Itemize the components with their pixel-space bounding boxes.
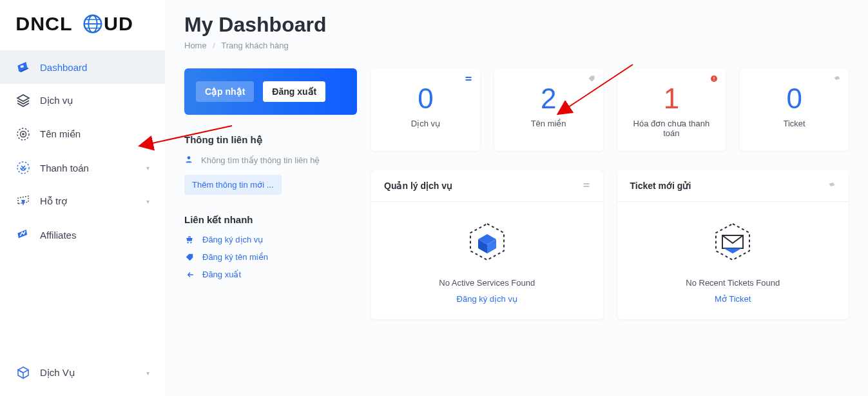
svg-rect-21: [583, 186, 589, 187]
sidebar-item-label: Dịch Vụ: [40, 367, 75, 379]
panel-head: Ticket mới gửi: [617, 170, 849, 202]
empty-message: No Recent Tickets Found: [686, 278, 780, 288]
support-icon: [15, 193, 31, 209]
sidebar-item-label: Dashboard: [40, 62, 87, 73]
svg-rect-16: [465, 79, 471, 81]
tag-icon: [184, 253, 195, 262]
sidebar: DNCL UD Dashboard: [0, 0, 165, 396]
tag-icon: [588, 75, 595, 84]
stat-card-services[interactable]: 0 Dịch vụ: [371, 68, 480, 151]
svg-point-13: [188, 241, 189, 243]
panel-services: Quản lý dịch vụ: [371, 170, 603, 319]
stat-value: 0: [747, 83, 841, 115]
ticket-icon: [833, 75, 841, 84]
sidebar-item-billing[interactable]: Thanh toán ▾: [0, 151, 165, 184]
breadcrumb: Home / Trang khách hàng: [184, 41, 849, 50]
empty-envelope-icon: [707, 220, 758, 268]
panel-tickets: Ticket mới gửi: [617, 170, 849, 319]
cart-icon: [184, 235, 195, 244]
layers-icon: [465, 75, 472, 84]
left-column: Cập nhật Đăng xuất Thông tin liên hệ Khô…: [184, 68, 357, 319]
breadcrumb-sep: /: [213, 41, 215, 50]
billing-icon: [15, 160, 31, 175]
sidebar-item-support[interactable]: Hỗ trợ ▾: [0, 184, 165, 218]
ticket-icon: [828, 181, 836, 191]
panel-action-link[interactable]: Mở Ticket: [715, 294, 751, 304]
account-actions-card: Cập nhật Đăng xuất: [184, 68, 357, 115]
dashboard-icon: [15, 59, 31, 75]
brand-logo: DNCL UD: [0, 0, 165, 45]
chevron-down-icon: ▾: [146, 370, 149, 377]
sidebar-item-label: Affiliates: [40, 230, 76, 241]
empty-message: No Active Services Found: [439, 278, 535, 288]
svg-text:DNCL: DNCL: [15, 12, 72, 34]
sidebar-item-services[interactable]: Dịch vụ: [0, 84, 165, 117]
stat-label: Ticket: [747, 119, 841, 128]
svg-rect-19: [714, 80, 715, 81]
stat-card-tickets[interactable]: 0 Ticket: [740, 68, 849, 151]
logout-button[interactable]: Đăng xuất: [263, 81, 325, 102]
panel-title: Quản lý dịch vụ: [384, 181, 452, 191]
quick-link-label: Đăng xuất: [202, 270, 241, 279]
svg-text:UD: UD: [104, 12, 133, 34]
stat-label: Hóa đơn chưa thanh toán: [625, 119, 719, 138]
sidebar-item-label: Hỗ trợ: [40, 195, 67, 207]
quick-link-order-service[interactable]: Đăng ký dịch vụ: [184, 235, 357, 244]
cube-icon: [15, 365, 31, 381]
panel-body: No Recent Tickets Found Mở Ticket: [617, 202, 849, 306]
add-contact-button[interactable]: Thêm thông tin mới ...: [184, 175, 282, 195]
panel-body: No Active Services Found Đăng ký dịch vụ: [371, 202, 603, 306]
stat-label: Dịch vụ: [379, 119, 472, 128]
affiliates-icon: [15, 227, 31, 243]
svg-rect-18: [714, 77, 715, 79]
contact-section-title: Thông tin liên hệ: [184, 134, 357, 146]
svg-rect-20: [583, 183, 589, 184]
contact-empty-msg: Không tìm thấy thông tin liên hệ: [201, 155, 320, 165]
svg-point-12: [188, 156, 191, 159]
main-content: My Dashboard Home / Trang khách hàng Cập…: [165, 0, 868, 396]
quick-links: Đăng ký dịch vụ Đăng ký tên miền Đăng xu…: [184, 235, 357, 279]
stat-card-invoices[interactable]: 1 Hóa đơn chưa thanh toán: [617, 68, 726, 151]
sidebar-item-affiliates[interactable]: Affiliates: [0, 218, 165, 252]
update-button[interactable]: Cập nhật: [196, 81, 254, 102]
stat-value: 0: [379, 83, 472, 115]
globe-icon: [15, 126, 31, 142]
quick-link-register-domain[interactable]: Đăng ký tên miền: [184, 252, 357, 262]
panels-row: Quản lý dịch vụ: [371, 170, 849, 319]
svg-rect-15: [465, 77, 471, 78]
sidebar-item-label: Thanh toán: [40, 163, 89, 173]
right-column: 0 Dịch vụ 2 Tên miền 1: [371, 68, 849, 319]
panel-title: Ticket mới gửi: [630, 181, 691, 191]
svg-point-10: [22, 133, 24, 135]
primary-nav: Dashboard Dịch vụ Tên miền Thanh toán ▾: [0, 45, 165, 356]
quick-link-logout[interactable]: Đăng xuất: [184, 270, 357, 279]
contact-empty-row: Không tìm thấy thông tin liên hệ: [184, 155, 357, 166]
stats-row: 0 Dịch vụ 2 Tên miền 1: [371, 68, 849, 151]
layers-icon: [583, 181, 590, 191]
panel-action-link[interactable]: Đăng ký dịch vụ: [457, 294, 517, 304]
quick-link-label: Đăng ký tên miền: [202, 252, 268, 262]
stat-label: Tên miền: [502, 119, 595, 128]
stat-card-domains[interactable]: 2 Tên miền: [494, 68, 603, 151]
breadcrumb-current: Trang khách hàng: [221, 41, 288, 50]
sidebar-item-label: Tên miền: [40, 128, 81, 140]
quick-link-label: Đăng ký dịch vụ: [202, 235, 263, 244]
stat-value: 2: [502, 83, 595, 115]
nav-bottom: Dịch Vụ ▾: [0, 356, 165, 396]
chevron-down-icon: ▾: [146, 198, 149, 205]
chevron-down-icon: ▾: [146, 164, 149, 172]
sidebar-item-services-bottom[interactable]: Dịch Vụ ▾: [0, 356, 165, 390]
panel-head: Quản lý dịch vụ: [371, 170, 603, 202]
alert-icon: [710, 75, 718, 84]
stack-icon: [15, 93, 31, 108]
sidebar-item-domains[interactable]: Tên miền: [0, 117, 165, 151]
page-title: My Dashboard: [184, 13, 849, 37]
stat-value: 1: [625, 83, 719, 115]
svg-point-14: [190, 241, 191, 243]
sidebar-item-dashboard[interactable]: Dashboard: [0, 50, 165, 84]
sidebar-item-label: Dịch vụ: [40, 95, 73, 106]
person-icon: [184, 155, 193, 166]
empty-cube-icon: [461, 220, 513, 268]
breadcrumb-root[interactable]: Home: [184, 41, 207, 50]
quick-links-title: Liên kết nhanh: [184, 214, 357, 226]
